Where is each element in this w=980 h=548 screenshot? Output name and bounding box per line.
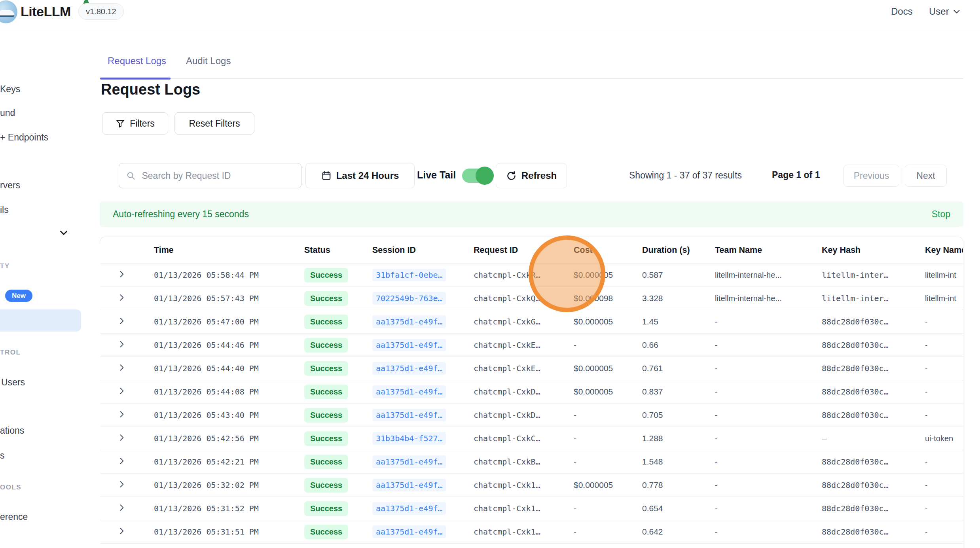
team-name: litellm-internal-he...	[713, 271, 819, 280]
session-id-link[interactable]: aa1375d1-e49f…	[372, 479, 446, 491]
search-request-id-box[interactable]	[119, 163, 301, 188]
col-cost: Cost	[571, 245, 640, 255]
sidebar-item-organizations[interactable]: ations	[0, 425, 24, 436]
table-row: 01/13/2026 05:32:02 PM Success aa1375d1-…	[100, 474, 963, 497]
active-tab-underline	[100, 78, 171, 80]
key-name: litellm-int	[923, 294, 963, 303]
key-hash: litellm-inter…	[819, 270, 923, 280]
duration-value: 0.837	[640, 387, 713, 396]
session-id-link[interactable]: aa1375d1-e49f…	[372, 315, 446, 328]
cost-value: $0.000005	[571, 387, 640, 396]
key-hash: 88dc28d0f030c…	[819, 527, 923, 537]
table-body: 01/13/2026 05:58:44 PM Success 31bfa1cf-…	[100, 264, 963, 548]
filters-button[interactable]: Filters	[102, 112, 168, 135]
expand-row-icon[interactable]	[118, 504, 125, 511]
user-menu-label: User	[929, 6, 949, 17]
reset-filters-button[interactable]: Reset Filters	[174, 112, 254, 135]
log-time: 01/13/2026 05:42:21 PM	[152, 457, 302, 466]
cost-value: -	[571, 340, 640, 350]
sidebar-item-models-endpoints[interactable]: + Endpoints	[0, 132, 48, 143]
new-badge: New	[5, 290, 32, 302]
sidebar-item-logs-selected[interactable]	[0, 309, 81, 332]
cost-value: $0.000005	[571, 364, 640, 373]
request-id: chatcmpl-Cxk1…	[471, 480, 571, 490]
tab-audit-logs[interactable]: Audit Logs	[186, 55, 231, 66]
team-name: litellm-internal-he...	[713, 294, 819, 303]
key-hash: 88dc28d0f030c…	[819, 387, 923, 396]
sidebar-item-keys[interactable]: Keys	[0, 84, 20, 95]
table-row: 01/13/2026 05:47:00 PM Success aa1375d1-…	[100, 310, 963, 334]
previous-page-button[interactable]: Previous	[844, 165, 899, 187]
expand-row-icon[interactable]	[118, 271, 125, 278]
request-id: chatcmpl-CxkB…	[471, 457, 571, 466]
sidebar-collapse-chevron-icon[interactable]	[59, 228, 69, 238]
session-id-link[interactable]: aa1375d1-e49f…	[372, 502, 446, 515]
sidebar-item-internal-users[interactable]: Users	[1, 377, 25, 388]
request-id: chatcmpl-CxkC…	[471, 434, 571, 443]
duration-value: 0.778	[640, 480, 713, 490]
expand-row-icon[interactable]	[118, 294, 125, 301]
session-id-link[interactable]: aa1375d1-e49f…	[372, 525, 446, 538]
expand-row-icon[interactable]	[118, 457, 125, 465]
nav-docs-link[interactable]: Docs	[891, 6, 913, 17]
search-input[interactable]	[141, 170, 294, 182]
session-id-link[interactable]: 7022549b-763e…	[372, 292, 446, 305]
expand-row-icon[interactable]	[118, 481, 125, 488]
key-name: -	[923, 387, 963, 396]
tab-request-logs[interactable]: Request Logs	[108, 55, 166, 66]
key-hash: 88dc28d0f030c…	[819, 480, 923, 490]
expand-row-icon[interactable]	[118, 341, 125, 348]
log-time: 01/13/2026 05:31:51 PM	[152, 527, 302, 537]
status-badge: Success	[304, 361, 348, 376]
status-badge: Success	[304, 385, 348, 399]
sidebar-item-guardrails[interactable]: ils	[0, 205, 9, 215]
status-badge: Success	[304, 291, 348, 306]
session-id-link[interactable]: aa1375d1-e49f…	[372, 409, 446, 421]
table-row: 01/13/2026 05:31:52 PM Success aa1375d1-…	[100, 497, 963, 520]
key-name: -	[923, 527, 963, 537]
duration-value: 0.705	[640, 410, 713, 420]
expand-row-icon[interactable]	[118, 434, 125, 441]
session-id-link[interactable]: aa1375d1-e49f…	[372, 339, 446, 351]
stop-auto-refresh-button[interactable]: Stop	[932, 209, 950, 220]
status-badge: Success	[304, 315, 348, 329]
col-key-hash: Key Hash	[819, 245, 923, 255]
calendar-icon	[321, 171, 332, 181]
toggle-knob	[476, 167, 494, 185]
team-name: -	[713, 457, 819, 466]
page-summary: Page 1 of 1	[772, 170, 820, 180]
expand-row-icon[interactable]	[118, 387, 125, 394]
cost-value: -	[571, 434, 640, 443]
key-name: -	[923, 411, 963, 420]
time-range-button[interactable]: Last 24 Hours	[305, 163, 415, 188]
cost-value: $0.000098	[571, 294, 640, 303]
status-badge: Success	[304, 338, 348, 353]
log-time: 01/13/2026 05:42:56 PM	[152, 434, 302, 443]
session-id-link[interactable]: 31b3b4b4-f527…	[372, 432, 446, 445]
litellm-logo	[0, 0, 17, 23]
key-hash: 88dc28d0f030c…	[819, 410, 923, 420]
session-id-link[interactable]: aa1375d1-e49f…	[372, 362, 446, 375]
col-key-name: Key Name	[923, 245, 963, 255]
request-id: chatcmpl-CxkE…	[471, 340, 571, 350]
session-id-link[interactable]: 31bfa1cf-0ebe…	[372, 269, 446, 281]
table-row: 01/13/2026 05:58:44 PM Success 31bfa1cf-…	[100, 264, 963, 287]
refresh-button[interactable]: Refresh	[496, 163, 567, 188]
user-menu[interactable]: User	[929, 6, 961, 17]
sidebar-item-teams[interactable]: s	[0, 450, 5, 461]
next-page-button[interactable]: Next	[905, 165, 947, 187]
sidebar-item-playground[interactable]: und	[0, 108, 15, 118]
session-id-link[interactable]: aa1375d1-e49f…	[372, 455, 446, 468]
expand-row-icon[interactable]	[118, 317, 125, 324]
expand-row-icon[interactable]	[118, 364, 125, 371]
session-id-link[interactable]: aa1375d1-e49f…	[372, 385, 446, 398]
team-name: -	[713, 411, 819, 420]
expand-row-icon[interactable]	[118, 411, 125, 418]
key-name: -	[923, 504, 963, 513]
table-row: 01/13/2026 05:57:43 PM Success 7022549b-…	[100, 287, 963, 310]
expand-row-icon[interactable]	[118, 527, 125, 535]
sidebar-item-api-reference[interactable]: erence	[0, 512, 28, 522]
live-tail-toggle[interactable]	[462, 169, 492, 183]
status-badge: Success	[304, 455, 348, 469]
sidebar-item-servers[interactable]: rvers	[0, 180, 20, 191]
